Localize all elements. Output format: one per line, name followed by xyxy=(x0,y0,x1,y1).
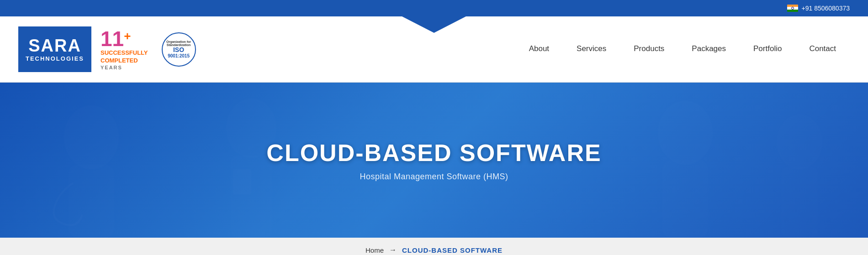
nav-item-portfolio[interactable]: Portfolio xyxy=(740,16,795,83)
iso-main-text: ISO xyxy=(173,47,184,53)
hero-content: CLOUD-BASED SOFTWARE Hospital Management… xyxy=(266,139,601,182)
hero-section: CLOUD-BASED SOFTWARE Hospital Management… xyxy=(0,83,868,238)
years-badge: 11+ SUCCESSFULLY COMPLETED YEARS xyxy=(101,28,148,70)
iso-org-text: Organization forStandardization xyxy=(166,40,191,47)
iso-sub-text: 9001:2015 xyxy=(168,53,190,58)
years-successfully: SUCCESSFULLY xyxy=(101,49,148,57)
nav-item-services[interactable]: Services xyxy=(563,16,620,83)
hero-subtitle: Hospital Management Software (HMS) xyxy=(266,172,601,182)
header: SARA TECHNOLOGIES 11+ SUCCESSFULLY COMPL… xyxy=(0,16,868,83)
contact-info: +91 8506080373 xyxy=(787,5,850,12)
iso-badge: Organization forStandardization ISO 9001… xyxy=(162,32,196,67)
nav-item-contact[interactable]: Contact xyxy=(795,16,850,83)
years-plus: + xyxy=(124,30,131,42)
breadcrumb-bar: Home → CLOUD-BASED SOFTWARE xyxy=(0,238,868,255)
main-nav: About Services Products Packages Portfol… xyxy=(515,16,850,83)
hero-title: CLOUD-BASED SOFTWARE xyxy=(266,139,601,167)
years-number: 11 xyxy=(101,28,124,49)
breadcrumb-arrow-icon: → xyxy=(389,246,397,254)
breadcrumb-current: CLOUD-BASED SOFTWARE xyxy=(402,246,503,254)
phone-number: +91 8506080373 xyxy=(802,5,850,12)
india-flag-icon xyxy=(787,5,798,12)
nav-item-about[interactable]: About xyxy=(515,16,563,83)
years-completed: COMPLETED xyxy=(101,57,138,65)
logo-box[interactable]: SARA TECHNOLOGIES xyxy=(18,26,91,72)
logo-technologies: TECHNOLOGIES xyxy=(26,55,84,62)
logo-area: SARA TECHNOLOGIES 11+ SUCCESSFULLY COMPL… xyxy=(18,26,196,72)
breadcrumb-home[interactable]: Home xyxy=(365,246,384,254)
logo-sara: SARA xyxy=(28,37,81,54)
nav-item-packages[interactable]: Packages xyxy=(678,16,740,83)
nav-item-products[interactable]: Products xyxy=(620,16,678,83)
top-bar: +91 8506080373 xyxy=(0,0,868,16)
years-label: YEARS xyxy=(101,65,122,70)
